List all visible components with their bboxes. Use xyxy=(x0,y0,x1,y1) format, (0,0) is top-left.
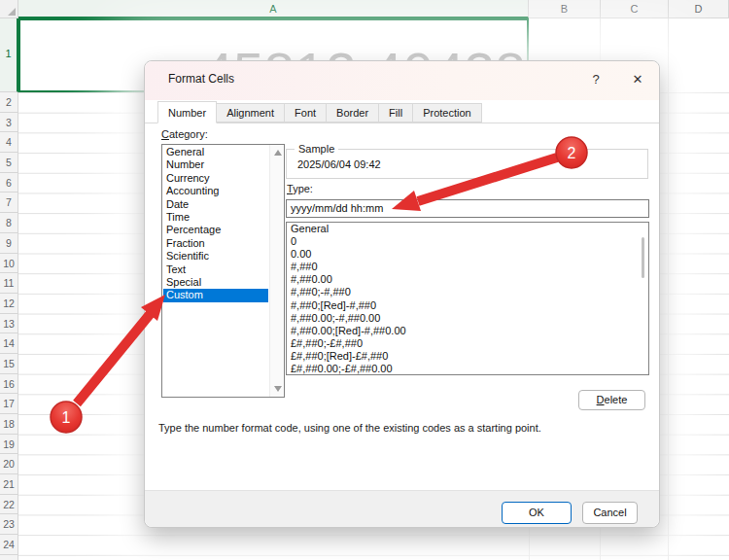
row-header[interactable]: 3 xyxy=(0,113,18,133)
select-all-triangle-icon xyxy=(8,8,16,16)
category-item[interactable]: Number xyxy=(163,158,268,171)
dialog-tab[interactable]: Number xyxy=(157,101,217,123)
sample-value: 2025/06/04 09:42 xyxy=(297,158,381,170)
row-header[interactable]: 5 xyxy=(0,153,18,173)
delete-button[interactable]: Delete xyxy=(578,390,645,410)
category-item[interactable]: Custom xyxy=(163,289,268,301)
category-item[interactable]: Text xyxy=(163,263,268,276)
type-code-item[interactable]: #,##0;-#,##0 xyxy=(287,286,648,298)
row-header[interactable]: 7 xyxy=(0,192,18,213)
column-header-a[interactable]: A xyxy=(18,0,529,18)
scroll-down-icon[interactable] xyxy=(274,386,282,392)
row-header[interactable]: 25 xyxy=(0,555,18,560)
row-header[interactable]: 15 xyxy=(0,354,18,374)
row-header[interactable]: 11 xyxy=(0,273,18,294)
type-code-item[interactable]: General xyxy=(287,223,648,235)
dialog-tab[interactable]: Fill xyxy=(378,103,413,122)
type-label: Type: xyxy=(287,183,313,194)
type-code-items: General00.00#,##0#,##0.00#,##0;-#,##0#,#… xyxy=(287,223,648,375)
category-item[interactable]: Fraction xyxy=(163,237,268,250)
type-list-scrollbar[interactable] xyxy=(642,237,644,278)
row-headers: 2345678910111213141516171819202122232425 xyxy=(0,92,18,560)
row-header[interactable]: 4 xyxy=(0,132,18,153)
row-header[interactable]: 10 xyxy=(0,254,18,274)
category-scrollbar[interactable] xyxy=(269,145,284,397)
sample-label: Sample xyxy=(295,143,338,155)
dialog-titlebar[interactable]: Format Cells ? ✕ xyxy=(145,61,659,100)
row-header[interactable]: 6 xyxy=(0,173,18,193)
type-code-item[interactable]: £#,##0;-£#,##0 xyxy=(287,337,648,350)
type-code-item[interactable]: 0.00 xyxy=(287,248,648,261)
row-header[interactable]: 19 xyxy=(0,435,18,455)
row-header[interactable]: 21 xyxy=(0,474,18,495)
dialog-help-button[interactable]: ? xyxy=(583,69,608,90)
column-header-c[interactable]: C xyxy=(601,0,669,18)
row-header[interactable]: 22 xyxy=(0,495,18,515)
category-item[interactable]: Percentage xyxy=(163,224,268,236)
category-items: GeneralNumberCurrencyAccountingDateTimeP… xyxy=(163,146,268,396)
row-header[interactable]: 8 xyxy=(0,213,18,233)
select-all-button[interactable] xyxy=(0,0,18,18)
screen: A B C D 1 234567891011121314151617181920… xyxy=(0,0,729,560)
category-listbox[interactable]: GeneralNumberCurrencyAccountingDateTimeP… xyxy=(161,144,285,398)
type-code-item[interactable]: #,##0.00;[Red]-#,##0.00 xyxy=(287,325,648,337)
type-code-item[interactable]: #,##0;[Red]-#,##0 xyxy=(287,299,648,312)
type-code-item[interactable]: £#,##0.00;-£#,##0.00 xyxy=(287,363,648,375)
row-header[interactable]: 14 xyxy=(0,333,18,354)
type-code-input[interactable]: yyyy/mm/dd hh:mm xyxy=(286,199,649,218)
row-header[interactable]: 12 xyxy=(0,294,18,314)
row-header[interactable]: 20 xyxy=(0,454,18,474)
category-item[interactable]: Accounting xyxy=(163,185,268,197)
dialog-tab[interactable]: Border xyxy=(326,103,379,122)
row-header[interactable]: 18 xyxy=(0,414,18,435)
column-header-d[interactable]: D xyxy=(669,0,729,18)
type-code-item[interactable]: 0 xyxy=(287,235,648,248)
row-header[interactable]: 9 xyxy=(0,233,18,254)
row-header[interactable]: 16 xyxy=(0,374,18,395)
cancel-button[interactable]: Cancel xyxy=(582,502,638,524)
ok-button[interactable]: OK xyxy=(502,502,572,524)
category-item[interactable]: Currency xyxy=(163,172,268,185)
category-item[interactable]: General xyxy=(163,146,268,158)
format-cells-dialog: Format Cells ? ✕ NumberAlignmentFontBord… xyxy=(144,60,660,528)
dialog-tabs: NumberAlignmentFontBorderFillProtection xyxy=(145,101,659,123)
dialog-tab[interactable]: Protection xyxy=(412,103,482,122)
dialog-tab[interactable]: Font xyxy=(284,103,327,122)
row-header[interactable]: 24 xyxy=(0,535,18,555)
sample-groupbox: Sample 2025/06/04 09:42 xyxy=(286,149,648,179)
type-code-item[interactable]: #,##0.00;-#,##0.00 xyxy=(287,312,648,325)
row-header[interactable]: 2 xyxy=(0,92,18,113)
scroll-up-icon[interactable] xyxy=(274,150,282,156)
type-code-item[interactable]: £#,##0;[Red]-£#,##0 xyxy=(287,350,648,363)
dialog-tab[interactable]: Alignment xyxy=(216,103,285,122)
category-item[interactable]: Special xyxy=(163,276,268,289)
grid-line-vertical xyxy=(668,18,669,560)
row-header[interactable]: 23 xyxy=(0,514,18,535)
row-header-1[interactable]: 1 xyxy=(0,18,18,92)
row-header[interactable]: 17 xyxy=(0,394,18,414)
category-label: Category: xyxy=(161,128,208,140)
type-code-item[interactable]: #,##0.00 xyxy=(287,273,648,286)
category-item[interactable]: Time xyxy=(163,211,268,224)
category-item[interactable]: Scientific xyxy=(163,250,268,262)
category-item[interactable]: Date xyxy=(163,198,268,211)
column-header-b[interactable]: B xyxy=(529,0,601,18)
dialog-footer: OK Cancel xyxy=(145,490,659,527)
type-code-listbox[interactable]: General00.00#,##0#,##0.00#,##0;-#,##0#,#… xyxy=(286,222,649,375)
row-header[interactable]: 13 xyxy=(0,314,18,334)
dialog-close-button[interactable]: ✕ xyxy=(625,69,650,90)
dialog-title: Format Cells xyxy=(168,72,234,86)
dialog-help-text: Type the number format code, using one o… xyxy=(158,422,649,434)
type-code-item[interactable]: #,##0 xyxy=(287,261,648,273)
